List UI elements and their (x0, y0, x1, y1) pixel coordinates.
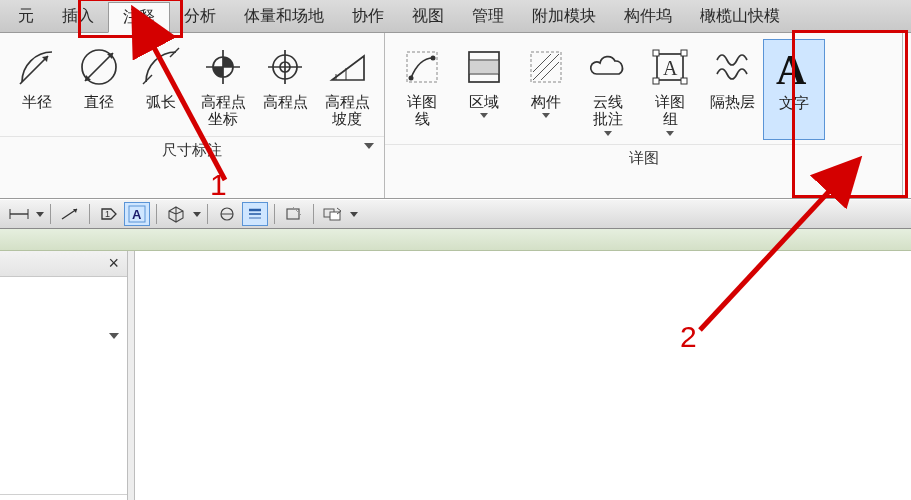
ribbon: 半径直径弧长高程点 坐标高程点高程点 坡度尺寸标注详图 线区域构件云线 批注A详… (0, 33, 911, 199)
tb-section[interactable] (214, 202, 240, 226)
menu-0[interactable]: 元 (4, 0, 48, 32)
svg-rect-31 (653, 50, 659, 56)
svg-line-3 (85, 53, 113, 81)
menu-6[interactable]: 视图 (398, 0, 458, 32)
properties-body: 编辑类型 (0, 277, 127, 500)
elev-slope-icon (323, 43, 371, 91)
menu-4[interactable]: 体量和场地 (230, 0, 338, 32)
svg-line-27 (533, 54, 551, 72)
elevation-coord-button-label: 高程点 坐标 (201, 93, 246, 128)
annotation-1: 1 (210, 168, 227, 202)
elevation-slope-button[interactable]: 高程点 坡度 (316, 39, 378, 132)
text-button[interactable]: A文字 (763, 39, 825, 140)
quick-toolbar: 1 A (0, 199, 911, 229)
svg-rect-34 (681, 78, 687, 84)
svg-marker-15 (332, 56, 364, 80)
group-icon: A (646, 43, 694, 91)
elevation-coord-button[interactable]: 高程点 坐标 (192, 39, 254, 132)
component-button-label: 构件 (531, 93, 561, 110)
detail-panel-label: 详图 (385, 144, 902, 176)
annotation-2: 2 (680, 320, 697, 354)
arc-icon (137, 43, 185, 91)
properties-header: × (0, 251, 127, 277)
region-button[interactable]: 区域 (453, 39, 515, 140)
svg-line-28 (541, 62, 559, 80)
revision-cloud-button-dropdown[interactable] (604, 131, 612, 136)
revision-cloud-button[interactable]: 云线 批注 (577, 39, 639, 140)
radius-icon (13, 43, 61, 91)
dimension-panel: 半径直径弧长高程点 坐标高程点高程点 坡度尺寸标注 (0, 33, 385, 198)
radius-button-label: 半径 (22, 93, 52, 110)
svg-point-20 (431, 56, 436, 61)
svg-text:A: A (663, 57, 678, 79)
elevation-point-button-label: 高程点 (263, 93, 308, 110)
cloud-icon (584, 43, 632, 91)
tb-switch-dropdown[interactable] (350, 212, 358, 217)
close-icon[interactable]: × (108, 253, 119, 274)
tb-dim-aligned[interactable] (57, 202, 83, 226)
tb-thin-lines[interactable] (242, 202, 268, 226)
menu-1[interactable]: 插入 (48, 0, 108, 32)
menu-7[interactable]: 管理 (458, 0, 518, 32)
elevation-slope-button-label: 高程点 坡度 (325, 93, 370, 128)
menu-3[interactable]: 分析 (170, 0, 230, 32)
detail-group-button-label: 详图 组 (655, 93, 685, 128)
elevation-point-button[interactable]: 高程点 (254, 39, 316, 132)
radius-button[interactable]: 半径 (6, 39, 68, 132)
tb-text-tool[interactable]: A (124, 202, 150, 226)
insulation-icon (708, 43, 756, 91)
detail-group-button-dropdown[interactable] (666, 131, 674, 136)
type-selector-dropdown[interactable] (109, 333, 119, 339)
edit-type-button[interactable]: 编辑类型 (0, 494, 127, 500)
svg-point-19 (409, 76, 414, 81)
detail-panel: 详图 线区域构件云线 批注A详图 组隔热层A文字详图 (385, 33, 903, 198)
revision-cloud-button-label: 云线 批注 (593, 93, 623, 128)
diameter-button[interactable]: 直径 (68, 39, 130, 132)
work-area: × 编辑类型 (0, 251, 911, 500)
tb-dim-linear[interactable] (6, 202, 32, 226)
component-button[interactable]: 构件 (515, 39, 577, 140)
detail-line-icon (398, 43, 446, 91)
svg-text:1: 1 (105, 209, 110, 219)
diameter-button-label: 直径 (84, 93, 114, 110)
tb-tag[interactable]: 1 (96, 202, 122, 226)
dimension-panel-label: 尺寸标注 (0, 136, 384, 168)
menu-5[interactable]: 协作 (338, 0, 398, 32)
svg-rect-24 (469, 60, 499, 74)
svg-line-6 (143, 75, 152, 84)
detail-line-button-label: 详图 线 (407, 93, 437, 128)
insulation-button[interactable]: 隔热层 (701, 39, 763, 140)
region-button-label: 区域 (469, 93, 499, 110)
menu-10[interactable]: 橄榄山快模 (686, 0, 794, 32)
tb-dim-dropdown[interactable] (36, 212, 44, 217)
tb-3d-dropdown[interactable] (193, 212, 201, 217)
arc-length-button-label: 弧长 (146, 93, 176, 110)
elev-cross-icon (199, 43, 247, 91)
menu-9[interactable]: 构件坞 (610, 0, 686, 32)
svg-text:A: A (132, 207, 142, 222)
insulation-button-label: 隔热层 (710, 93, 755, 110)
dimension-panel-expand[interactable] (364, 143, 374, 149)
detail-group-button[interactable]: A详图 组 (639, 39, 701, 140)
svg-rect-32 (681, 50, 687, 56)
properties-panel: × 编辑类型 (0, 251, 128, 500)
tb-close-hidden[interactable] (281, 202, 307, 226)
text-button-label: 文字 (779, 94, 809, 111)
region-button-dropdown[interactable] (480, 113, 488, 118)
component-icon (522, 43, 570, 91)
elev-target-icon (261, 43, 309, 91)
component-button-dropdown[interactable] (542, 113, 550, 118)
drawing-canvas[interactable] (134, 251, 911, 500)
tb-3d-view[interactable] (163, 202, 189, 226)
svg-line-26 (533, 54, 559, 80)
menu-bar: 元插入注释分析体量和场地协作视图管理附加模块构件坞橄榄山快模 (0, 0, 911, 33)
svg-rect-33 (653, 78, 659, 84)
diameter-icon (75, 43, 123, 91)
tb-switch-window[interactable] (320, 202, 346, 226)
detail-line-button[interactable]: 详图 线 (391, 39, 453, 140)
menu-2[interactable]: 注释 (108, 2, 170, 33)
text-icon: A (770, 44, 818, 92)
arc-length-button[interactable]: 弧长 (130, 39, 192, 132)
menu-8[interactable]: 附加模块 (518, 0, 610, 32)
svg-line-51 (293, 207, 301, 215)
